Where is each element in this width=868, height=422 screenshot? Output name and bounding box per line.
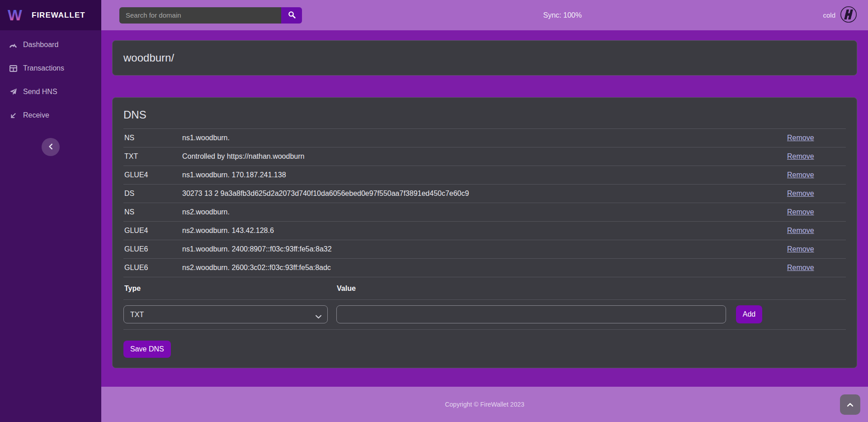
dns-record-row: GLUE6 ns1.woodburn. 2400:8907::f03c:93ff… [123, 240, 846, 258]
handshake-logo-icon[interactable] [840, 6, 857, 25]
record-action-cell: Remove [787, 208, 846, 216]
record-type-select[interactable]: TXT [123, 305, 328, 323]
content-column: Sync: 100% cold woodbu [101, 0, 868, 422]
dns-record-row: NS ns1.woodburn. Remove [123, 128, 846, 147]
remove-link[interactable]: Remove [787, 208, 814, 216]
sidebar-item-dashboard[interactable]: Dashboard [0, 33, 101, 57]
add-record-button[interactable]: Add [736, 305, 762, 323]
remove-link[interactable]: Remove [787, 171, 814, 179]
sidebar-item-label: Send HNS [23, 88, 57, 96]
dns-record-row: TXT Controlled by https://nathan.woodbur… [123, 147, 846, 166]
search-input[interactable] [119, 7, 281, 24]
save-dns-button[interactable]: Save DNS [123, 341, 171, 358]
value-column-header: Value [337, 284, 356, 293]
record-action-cell: Remove [787, 227, 846, 235]
record-value: ns2.woodburn. [182, 208, 787, 216]
record-action-cell: Remove [787, 171, 846, 179]
record-action-cell: Remove [787, 245, 846, 253]
domain-search [119, 7, 302, 24]
record-value-input[interactable] [336, 305, 726, 323]
record-action-cell: Remove [787, 264, 846, 272]
footer: Copyright © FireWallet 2023 [101, 387, 868, 422]
brand-name: FIREWALLET [32, 11, 85, 20]
record-type: GLUE6 [123, 245, 182, 253]
gauge-icon [9, 42, 17, 48]
sidebar-item-send-hns[interactable]: Send HNS [0, 80, 101, 104]
firewallet-logo-icon: W [7, 5, 26, 25]
sidebar-item-label: Receive [23, 111, 49, 119]
dns-add-row: TXT Add [123, 299, 846, 330]
sidebar-collapse-button[interactable] [42, 138, 60, 156]
brand-header[interactable]: W FIREWALLET [0, 0, 101, 30]
sidebar-item-label: Transactions [23, 64, 64, 72]
remove-link[interactable]: Remove [787, 264, 814, 271]
record-type: DS [123, 190, 182, 198]
chevron-left-icon [48, 143, 53, 151]
record-action-cell: Remove [787, 134, 846, 142]
dns-record-row: DS 30273 13 2 9a3a8fb3d625d2a2073d740f10… [123, 184, 846, 203]
record-action-cell: Remove [787, 190, 846, 198]
svg-text:W: W [8, 6, 22, 23]
paper-plane-icon [9, 88, 17, 95]
dns-record-row: NS ns2.woodburn. Remove [123, 203, 846, 221]
table-icon [9, 65, 17, 72]
scroll-top-button[interactable] [840, 394, 860, 415]
record-value: 30273 13 2 9a3a8fb3d625d2a2073d740f10da6… [182, 190, 787, 198]
dns-card: DNS NS ns1.woodburn. Remove TXT Controll… [112, 97, 857, 368]
dns-form-header: Type Value [123, 277, 846, 299]
sidebar-item-receive[interactable]: Receive [0, 104, 101, 127]
record-value: ns1.woodburn. 170.187.241.138 [182, 171, 787, 179]
dns-record-row: GLUE4 ns1.woodburn. 170.187.241.138 Remo… [123, 166, 846, 184]
record-action-cell: Remove [787, 152, 846, 161]
record-type: TXT [123, 152, 182, 161]
record-type: GLUE6 [123, 264, 182, 272]
domain-title: woodburn/ [123, 52, 846, 64]
dns-card-title: DNS [123, 109, 846, 121]
record-type: NS [123, 208, 182, 216]
remove-link[interactable]: Remove [787, 134, 814, 142]
sync-status: Sync: 100% [302, 11, 823, 19]
dns-records-table: NS ns1.woodburn. Remove TXT Controlled b… [123, 128, 846, 330]
dns-record-row: GLUE4 ns2.woodburn. 143.42.128.6 Remove [123, 221, 846, 240]
record-type: GLUE4 [123, 171, 182, 179]
dns-record-row: GLUE6 ns2.woodburn. 2600:3c02::f03c:93ff… [123, 258, 846, 277]
sidebar-item-label: Dashboard [23, 41, 58, 49]
record-value: ns1.woodburn. 2400:8907::f03c:93ff:fe5a:… [182, 245, 787, 253]
type-column-header: Type [123, 284, 337, 293]
remove-link[interactable]: Remove [787, 227, 814, 234]
domain-card: woodburn/ [112, 40, 857, 76]
copyright-text: Copyright © FireWallet 2023 [445, 401, 524, 408]
app-window: W FIREWALLET Dashboard [0, 0, 868, 422]
search-button[interactable] [281, 7, 302, 24]
sidebar: W FIREWALLET Dashboard [0, 0, 101, 422]
remove-link[interactable]: Remove [787, 245, 814, 253]
topbar: Sync: 100% cold [101, 0, 868, 30]
sidebar-menu: Dashboard Transactions S [0, 30, 101, 127]
chevron-up-icon [847, 401, 853, 408]
remove-link[interactable]: Remove [787, 152, 814, 160]
sidebar-item-transactions[interactable]: Transactions [0, 57, 101, 80]
wallet-mode-label: cold [823, 11, 835, 19]
record-value: ns2.woodburn. 143.42.128.6 [182, 227, 787, 235]
record-type: NS [123, 134, 182, 142]
main-area: woodburn/ DNS NS ns1.woodburn. Remove TX… [101, 30, 868, 387]
record-value: ns2.woodburn. 2600:3c02::f03c:93ff:fe5a:… [182, 264, 787, 272]
wallet-info: cold [823, 6, 857, 25]
record-value: Controlled by https://nathan.woodburn [182, 152, 787, 161]
dns-rows: NS ns1.woodburn. Remove TXT Controlled b… [123, 128, 846, 277]
arrow-down-left-icon [9, 112, 17, 119]
remove-link[interactable]: Remove [787, 190, 814, 197]
record-type: GLUE4 [123, 227, 182, 235]
search-icon [288, 11, 296, 20]
record-value: ns1.woodburn. [182, 134, 787, 142]
